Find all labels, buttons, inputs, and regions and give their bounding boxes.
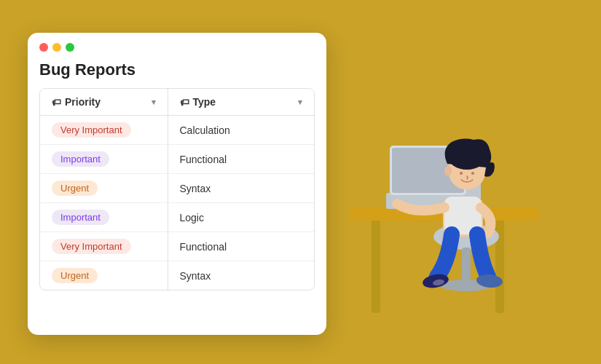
person-illustration [328, 51, 561, 342]
priority-chevron-icon: ▾ [152, 98, 156, 107]
svg-rect-5 [462, 248, 471, 284]
window-title: Bug Reports [28, 58, 326, 88]
priority-badge: Urgent [52, 181, 98, 196]
priority-badge: Very Important [52, 122, 131, 138]
type-cell: Syntax [168, 174, 314, 203]
priority-cell: Urgent [40, 261, 168, 290]
svg-point-17 [444, 166, 452, 176]
dot-green[interactable] [66, 43, 74, 52]
titlebar [28, 33, 326, 58]
priority-badge: Important [52, 210, 109, 225]
type-cell: Logic [168, 203, 314, 232]
priority-badge: Urgent [52, 268, 98, 283]
priority-badge: Very Important [52, 239, 131, 254]
table-row: Very ImportantCalculation [40, 116, 314, 145]
priority-cell: Urgent [40, 174, 168, 203]
table-row: UrgentSyntax [40, 174, 314, 203]
priority-header[interactable]: 🏷 Priority ▾ [40, 89, 168, 116]
type-header-label: Type [193, 96, 216, 108]
table-row: UrgentSyntax [40, 261, 314, 290]
bug-table-wrapper: 🏷 Priority ▾ 🏷 Type ▾ [39, 88, 315, 290]
type-cell: Functional [168, 145, 314, 174]
type-cell: Syntax [168, 261, 314, 290]
window-card: Bug Reports 🏷 Priority ▾ [28, 33, 326, 335]
table-row: Very ImportantFunctional [40, 232, 314, 261]
priority-header-label: Priority [65, 96, 101, 108]
priority-badge: Important [52, 151, 109, 167]
svg-point-18 [460, 172, 463, 175]
type-header[interactable]: 🏷 Type ▾ [168, 89, 314, 116]
bug-table: 🏷 Priority ▾ 🏷 Type ▾ [40, 89, 314, 290]
type-cell: Functional [168, 232, 314, 261]
table-header-row: 🏷 Priority ▾ 🏷 Type ▾ [40, 89, 314, 116]
table-row: ImportantFunctional [40, 145, 314, 174]
priority-cell: Very Important [40, 232, 168, 261]
priority-cell: Very Important [40, 116, 168, 145]
table-row: ImportantLogic [40, 203, 314, 232]
priority-tag-icon: 🏷 [52, 97, 61, 108]
svg-point-19 [471, 172, 474, 175]
type-chevron-icon: ▾ [298, 98, 302, 107]
priority-cell: Important [40, 145, 168, 174]
type-tag-icon: 🏷 [180, 97, 189, 108]
dot-yellow[interactable] [52, 43, 61, 52]
priority-cell: Important [40, 203, 168, 232]
type-cell: Calculation [168, 116, 314, 145]
svg-rect-0 [372, 218, 380, 313]
dot-red[interactable] [39, 43, 48, 52]
